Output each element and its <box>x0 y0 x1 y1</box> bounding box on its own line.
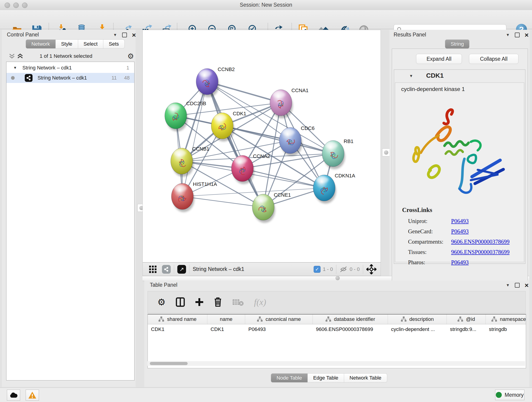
control-panel-maximize-icon[interactable] <box>122 32 127 37</box>
crosslink-row: Tissues:9606.ENSP00000378699 <box>408 249 518 255</box>
tab-edge-table[interactable]: Edge Table <box>308 373 344 383</box>
table-cell[interactable]: stringdb:9... <box>447 324 486 334</box>
tab-select[interactable]: Select <box>78 39 103 49</box>
network-options-gear-icon[interactable]: ⚙ <box>127 52 134 61</box>
control-panel-close-icon[interactable]: × <box>132 33 136 37</box>
network-canvas[interactable]: CCNB2CCNA1CDC25BCDK1CDC6RB1CCNB1CCNA2CDK… <box>143 30 381 262</box>
shared-column-icon <box>325 316 331 322</box>
tab-string[interactable]: String <box>445 39 469 49</box>
control-panel-float-icon[interactable]: ▼ <box>113 33 117 37</box>
table-panel-maximize-icon[interactable] <box>515 283 520 288</box>
results-panel-maximize-icon[interactable] <box>515 32 520 37</box>
table-header-row[interactable]: shared namenamecanonical namedatabase id… <box>148 314 526 324</box>
network-graph[interactable]: CCNB2CCNA1CDC25BCDK1CDC6RB1CCNB1CCNA2CDK… <box>143 30 380 262</box>
column-header[interactable]: shared name <box>148 314 207 324</box>
node-card-expander-icon[interactable]: ▼ <box>409 74 413 78</box>
collapse-all-button[interactable]: Collapse All <box>469 54 519 64</box>
show-columns-icon[interactable] <box>176 297 185 307</box>
column-header[interactable]: description <box>388 314 447 324</box>
results-panel-close-icon[interactable]: × <box>525 33 529 37</box>
expand-all-button[interactable]: Expand All <box>416 54 462 64</box>
node-card-gene-symbol: CDK1 <box>426 72 443 79</box>
network-node-ccne1[interactable]: CCNE1 <box>252 192 291 223</box>
table-cell[interactable]: CDK1 <box>148 324 207 334</box>
title-bar: Session: New Session <box>0 0 532 10</box>
table-cell[interactable]: CDK1 <box>207 324 245 334</box>
collection-expander-icon[interactable]: ▼ <box>13 66 17 70</box>
network-collection-row[interactable]: ▼ String Network – cdk1 1 <box>6 63 134 73</box>
network-view-toolbar: ↗ String Network – cdk1 ✓ 1 - 0 0 - 0 <box>143 262 381 276</box>
cloud-status-button[interactable] <box>7 390 20 401</box>
column-header-label: name <box>220 316 232 322</box>
node-label-ccna2: CCNA2 <box>253 153 270 159</box>
network-node-ccnb2[interactable]: CCNB2 <box>196 66 235 97</box>
crosslinks-heading: CrossLinks <box>402 206 432 214</box>
crosslink-link[interactable]: P06493 <box>451 228 469 235</box>
crosslink-link[interactable]: P06493 <box>451 259 469 266</box>
detach-view-icon[interactable]: ↗ <box>177 265 186 274</box>
table-panel-float-icon[interactable]: ▼ <box>506 283 510 288</box>
protein-structure-image <box>402 101 517 200</box>
node-table[interactable]: shared namenamecanonical namedatabase id… <box>147 314 526 368</box>
network-node-cdkn1a[interactable]: CDKN1A <box>313 173 355 204</box>
node-label-ccne1: CCNE1 <box>274 192 291 198</box>
scrollbar-thumb[interactable] <box>150 362 188 365</box>
crosslink-link[interactable]: 9606.ENSP00000378699 <box>451 239 510 245</box>
table-horizontal-scrollbar[interactable] <box>147 361 525 366</box>
delete-table-icon-disabled <box>232 298 244 306</box>
crosslink-label: Uniprot: <box>408 218 451 224</box>
table-cell[interactable]: cyclin-dependent ... <box>388 324 447 334</box>
network-node-rb1[interactable]: RB1 <box>322 138 354 169</box>
table-settings-gear-icon[interactable]: ⚙ <box>157 297 166 307</box>
crosslink-link[interactable]: P06493 <box>451 218 469 224</box>
warning-icon <box>28 391 37 399</box>
tab-style[interactable]: Style <box>56 39 78 49</box>
string-network-icon <box>25 74 32 82</box>
delete-column-icon[interactable] <box>214 297 222 307</box>
network-status-dot <box>11 76 15 80</box>
hidden-counter: 0 - 0 <box>350 266 360 272</box>
network-node-ccnb1[interactable]: CCNB1 <box>171 146 209 177</box>
create-column-icon[interactable] <box>195 298 204 306</box>
column-header[interactable]: @id <box>447 314 486 324</box>
memory-label: Memory <box>505 392 524 398</box>
results-panel-tabs: String <box>445 39 469 49</box>
shared-column-icon <box>401 316 407 322</box>
right-splitter-handle[interactable] <box>382 148 390 156</box>
tab-network[interactable]: Network <box>26 39 56 49</box>
node-details-card: ▼ CDK1 cyclin-dependent kinase 1 <box>394 70 525 264</box>
column-header[interactable]: database identifier <box>313 314 388 324</box>
tab-network-table[interactable]: Network Table <box>344 373 387 383</box>
tab-node-table[interactable]: Node Table <box>271 373 308 383</box>
network-icon-badge[interactable] <box>162 265 171 274</box>
results-panel-float-icon[interactable]: ▼ <box>506 33 510 37</box>
crosslink-label: Compartments: <box>408 239 451 245</box>
pan-crosshair-icon[interactable] <box>366 264 376 274</box>
crosslink-label: Tissues: <box>408 249 451 255</box>
network-node-ccna1[interactable]: CCNA1 <box>270 88 309 118</box>
table-cell[interactable]: 9606.ENSP00000378699 <box>313 324 388 334</box>
network-node-hist1h1a[interactable]: HIST1H1A <box>171 181 217 212</box>
grid-view-icon[interactable] <box>149 265 157 274</box>
network-node-cdc6[interactable]: CDC6 <box>279 125 315 156</box>
table-cell[interactable]: P06493 <box>245 324 313 334</box>
memory-button[interactable]: Memory <box>495 390 525 400</box>
warning-status-button[interactable] <box>26 390 39 401</box>
table-row[interactable]: CDK1CDK1P064939606.ENSP00000378699cyclin… <box>148 324 526 334</box>
network-row[interactable]: String Network – cdk1 11 48 <box>6 73 134 83</box>
column-header[interactable]: canonical name <box>245 314 313 324</box>
control-panel-title: Control Panel <box>7 32 39 38</box>
function-builder-icon-disabled: f(x) <box>254 297 266 307</box>
table-panel-title: Table Panel <box>150 282 177 288</box>
tab-sets[interactable]: Sets <box>103 39 125 49</box>
column-header[interactable]: namespace <box>486 314 526 324</box>
selected-checkbox-icon[interactable]: ✓ <box>314 266 321 273</box>
column-header[interactable]: name <box>207 314 245 324</box>
table-panel-close-icon[interactable]: × <box>525 283 529 288</box>
column-header-label: database identifier <box>334 316 375 322</box>
node-label-cdc25b: CDC25B <box>186 101 206 106</box>
network-selection-summary: 1 of 1 Network selected <box>2 53 130 59</box>
results-panel: Results Panel ▼ × String Expand All Coll… <box>389 30 530 276</box>
crosslink-link[interactable]: 9606.ENSP00000378699 <box>451 249 510 255</box>
table-cell[interactable]: stringdb <box>486 324 526 334</box>
